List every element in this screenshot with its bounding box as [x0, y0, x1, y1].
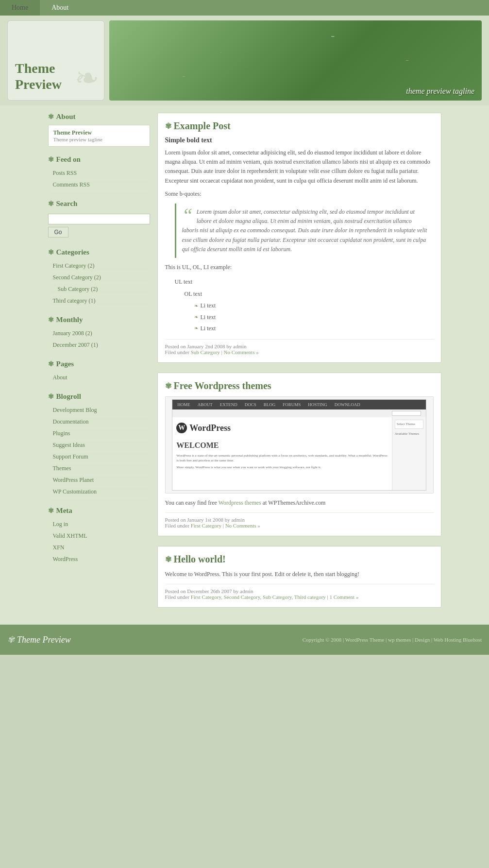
nav-home[interactable]: Home [0, 0, 40, 16]
sidebar-blogroll: Blogroll Development Blog Documentation … [48, 392, 150, 498]
sidebar-feed-heading: Feed on [48, 155, 150, 164]
post-list-heading: This is UL, OL, LI example: [165, 263, 434, 272]
blogroll-documentation[interactable]: Documentation [48, 416, 150, 428]
wp-nav-hosting: HOSTING [308, 401, 327, 408]
site-header: Theme Preview ❧ theme preview tagline [0, 16, 489, 105]
sidebar: About Theme Preview Theme preview taglin… [48, 113, 150, 617]
blogroll-plugins[interactable]: Plugins [48, 428, 150, 440]
post-wp-themes: Free Wordpress themes HOME ABOUT EXTEND … [157, 373, 441, 536]
sidebar-search-heading: Search [48, 200, 150, 208]
wp-body: W WordPress WELCOME WordPress is a state… [172, 417, 425, 490]
blogroll-support-forum[interactable]: Support Forum [48, 451, 150, 463]
post-date-3: Posted on December 26th 2007 by admin [165, 588, 253, 594]
category-first[interactable]: First Category (2) [48, 260, 150, 272]
sidebar-pages-heading: Pages [48, 360, 150, 368]
main-nav: Home About [0, 0, 489, 16]
post-hello-comments[interactable]: 1 Comment » [330, 594, 359, 600]
meta-xhtml[interactable]: Valid XHTML [48, 530, 150, 542]
feed-posts-rss[interactable]: Posts RSS [48, 168, 150, 179]
nav-about[interactable]: About [40, 0, 80, 16]
footer-copyright-text: Copyright © 2008 | WordPress Theme | wp … [303, 637, 482, 643]
sidebar-about-heading: About [48, 113, 150, 121]
post-para-2: Some b-quotes: [165, 189, 434, 199]
sidebar-pages: Pages About [48, 360, 150, 384]
post-wp-themes-meta: Posted on January 1st 2008 by admin File… [165, 512, 434, 528]
footer-copyright: Copyright © 2008 | WordPress Theme | wp … [303, 637, 482, 643]
wp-sidebar-theme-list: Available Themes [395, 431, 423, 437]
wp-themes-link[interactable]: Wordpress themes [219, 499, 261, 506]
meta-xfn[interactable]: XFN [48, 542, 150, 554]
sidebar-meta: Meta Log in Valid XHTML XFN WordPress [48, 507, 150, 565]
sidebar-about: About Theme Preview Theme preview taglin… [48, 113, 150, 147]
search-input[interactable] [48, 214, 150, 224]
category-third[interactable]: Third category (1) [48, 295, 150, 307]
li-text-3: Li text [165, 323, 434, 334]
header-image: theme preview tagline [109, 20, 482, 101]
blogroll-themes[interactable]: Themes [48, 463, 150, 475]
post-hello-cat2[interactable]: Second Category, [224, 594, 262, 600]
sidebar-categories-heading: Categories [48, 248, 150, 256]
monthly-jan-2008[interactable]: January 2008 (2) [48, 328, 150, 340]
page-about[interactable]: About [48, 372, 150, 384]
sidebar-meta-heading: Meta [48, 507, 150, 515]
post-comments-1[interactable]: No Comments » [224, 349, 259, 355]
post-example: Example Post Simple bold text Lorem ipsu… [157, 113, 441, 363]
post-hello-cat3[interactable]: Sub Category, [263, 594, 293, 600]
wp-logo: W WordPress [176, 421, 388, 435]
wp-sidebar-right: Select Theme Available Themes [392, 417, 426, 490]
blogroll-dev-blog[interactable]: Development Blog [48, 405, 150, 416]
sidebar-about-box: Theme Preview Theme preview tagline [48, 125, 150, 147]
sidebar-search: Search Go [48, 200, 150, 239]
post-wp-themes-title: Free Wordpress themes [165, 380, 434, 391]
wp-search-input[interactable] [392, 411, 421, 416]
search-button[interactable]: Go [48, 227, 68, 238]
feed-comments-rss[interactable]: Comments RSS [48, 179, 150, 191]
post-date-1: Posted on January 2nd 2008 by admin [165, 343, 247, 349]
wp-nav-home: HOME [177, 401, 190, 408]
post-example-subtitle: Simple bold text [165, 136, 434, 144]
wp-search-bar [172, 409, 425, 417]
post-cat-sub[interactable]: Sub Category [191, 349, 220, 355]
meta-wordpress[interactable]: WordPress [48, 554, 150, 565]
wp-nav-bar: HOME ABOUT EXTEND DOCS BLOG FORUMS HOSTI… [172, 400, 425, 409]
blogroll-wp-customization[interactable]: WP Customization [48, 486, 150, 498]
post-comments-2[interactable]: No Comments » [225, 523, 260, 528]
wp-nav-forums: FORUMS [283, 401, 301, 408]
wp-nav-blog: BLOG [264, 401, 276, 408]
post-hello-para: Welcome to WordPress. This is your first… [165, 570, 434, 579]
wp-nav-download: DOWNLOAD [335, 401, 360, 408]
post-hello-cat4[interactable]: Third category [294, 594, 326, 600]
wp-main-content-area: W WordPress WELCOME WordPress is a state… [172, 417, 391, 490]
header-tagline: theme preview tagline [406, 87, 474, 96]
category-sub[interactable]: Sub Category (2) [48, 284, 150, 295]
post-cat-first[interactable]: First Category [191, 523, 221, 528]
post-example-title: Example Post [165, 120, 434, 132]
logo-box: Theme Preview ❧ [7, 20, 104, 101]
meta-login[interactable]: Log in [48, 519, 150, 530]
wp-logo-circle: W [176, 423, 187, 433]
wp-screenshot: HOME ABOUT EXTEND DOCS BLOG FORUMS HOSTI… [165, 396, 434, 494]
post-hello: Hello world! Welcome to WordPress. This … [157, 546, 441, 608]
category-second[interactable]: Second Category (2) [48, 272, 150, 284]
wp-welcome: WELCOME [176, 439, 388, 452]
sidebar-blogroll-heading: Blogroll [48, 392, 150, 401]
post-para-1: Lorem ipsum dolor sit amet, consectetur … [165, 148, 434, 186]
post-example-body: Lorem ipsum dolor sit amet, consectetur … [165, 148, 434, 334]
wp-sidebar-select-theme: Select Theme [395, 420, 423, 429]
wp-description-2: More simply, WordPress is what you use w… [176, 465, 388, 470]
monthly-dec-2007[interactable]: December 2007 (1) [48, 340, 150, 351]
ol-text: OL text [165, 288, 434, 300]
post-hello-body: Welcome to WordPress. This is your first… [165, 570, 434, 579]
about-site-title: Theme Preview [53, 129, 145, 136]
blogroll-wp-planet[interactable]: WordPress Planet [48, 475, 150, 486]
sidebar-categories: Categories First Category (2) Second Cat… [48, 248, 150, 307]
wp-logo-w: W [178, 423, 185, 433]
about-site-tagline: Theme preview tagline [53, 136, 145, 142]
post-hello-cat1[interactable]: First Category, [191, 594, 222, 600]
main-content: Example Post Simple bold text Lorem ipsu… [157, 113, 441, 617]
wp-screenshot-inner: HOME ABOUT EXTEND DOCS BLOG FORUMS HOSTI… [172, 399, 426, 491]
post-blockquote: Lorem ipsum dolor sit amet, consectetur … [175, 204, 434, 258]
blogroll-suggest-ideas[interactable]: Suggest Ideas [48, 440, 150, 451]
post-date-2: Posted on January 1st 2008 by admin [165, 517, 245, 523]
main-layout: About Theme Preview Theme preview taglin… [41, 105, 449, 625]
